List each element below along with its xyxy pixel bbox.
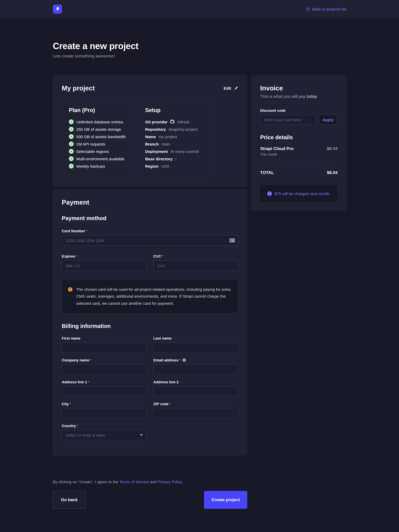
plan-feature-item: 1M API requests: [69, 140, 126, 148]
setup-row-label: Git provider: [145, 120, 168, 124]
payment-card: Payment Payment method Card Number *: [53, 190, 247, 455]
billing-field: First name: [62, 336, 147, 352]
check-icon: [69, 134, 74, 139]
setup-row: Name my-project: [145, 133, 203, 140]
billing-field-label: Address line 1: [62, 380, 87, 384]
edit-project-button[interactable]: Edit: [224, 86, 238, 90]
terms-text: By clicking on "Create", I agree to the …: [53, 480, 247, 484]
back-link-label: Back to projects list: [312, 7, 346, 11]
plan-feature-item: Selectable regions: [69, 148, 126, 155]
setup-title: Setup: [145, 107, 203, 113]
setup-row-value: main: [161, 142, 170, 146]
cvc-label: CVC: [153, 254, 161, 258]
setup-row-value: USA: [161, 164, 170, 168]
setup-row-list: Git provider GitHub: [145, 118, 203, 170]
setup-row: Git provider GitHub: [145, 118, 203, 126]
my-project-title: My project: [62, 84, 95, 92]
discount-code-input[interactable]: [260, 115, 316, 125]
required-asterisk: *: [179, 358, 181, 362]
plan-feature-label: Weekly backups: [76, 164, 105, 168]
cvc-input[interactable]: [153, 260, 238, 271]
setup-row: Region USA: [145, 162, 203, 170]
billing-input[interactable]: [62, 386, 147, 396]
next-month-note: $75 will be charged next month.: [260, 185, 338, 202]
plan-feature-label: Unlimited database entries: [76, 120, 123, 124]
app-header: Back to projects list: [0, 0, 399, 18]
required-asterisk: *: [77, 424, 78, 428]
billing-field-label: Company name: [62, 358, 89, 362]
billing-field: Email address *: [153, 358, 238, 374]
line-item-period: This month: [260, 152, 294, 156]
billing-field-label: Last name: [153, 336, 172, 340]
required-asterisk: *: [88, 380, 89, 384]
total-amount: $8.04: [327, 170, 338, 175]
setup-row: Repository strapi/my-project: [145, 126, 203, 133]
check-icon: [69, 120, 74, 124]
expires-label: Expires: [62, 254, 75, 258]
go-back-button[interactable]: Go back: [53, 491, 86, 509]
plan-box: Plan (Pro): [62, 99, 133, 178]
invoice-total-row: TOTAL $8.04: [260, 170, 338, 175]
setup-row-label: Deployment: [145, 149, 168, 153]
apply-discount-button[interactable]: Apply: [319, 115, 338, 125]
billing-field: Address line 2: [153, 380, 238, 396]
billing-field-label: First name: [62, 336, 80, 340]
plan-feature-item: 250 GB of assets storage: [69, 126, 126, 133]
page-subtitle: Lets create something awesome!: [53, 54, 346, 58]
terms-prefix: By clicking on "Create", I agree to the: [53, 480, 119, 484]
required-asterisk: *: [90, 358, 92, 362]
billing-input[interactable]: [62, 364, 147, 374]
setup-row: Base directory /: [145, 155, 203, 162]
billing-field: Last name: [153, 336, 238, 352]
billing-input[interactable]: [62, 342, 147, 352]
invoice-title: Invoice: [260, 84, 338, 92]
expires-input[interactable]: [62, 260, 147, 271]
payment-title: Payment: [62, 198, 238, 206]
card-number-input[interactable]: [62, 235, 238, 246]
plan-feature-item: 500 GB of assets bandwidth: [69, 133, 126, 140]
setup-row-label: Region: [145, 164, 159, 168]
price-line-item: Strapi Cloud Pro This month $8.04: [260, 146, 338, 156]
check-icon: [69, 156, 74, 161]
billing-input[interactable]: [153, 408, 238, 418]
terms-of-service-link[interactable]: Terms of Service: [119, 480, 149, 484]
setup-row-label: Repository: [145, 127, 166, 131]
privacy-policy-link[interactable]: Privacy Policy: [158, 480, 182, 484]
billing-input[interactable]: [153, 364, 238, 374]
line-item-name: Strapi Cloud Pro: [260, 146, 294, 151]
lightning-bolt-icon: [55, 6, 60, 12]
form-footer: By clicking on "Create", I agree to the …: [53, 480, 247, 509]
billing-fields-grid: First name Last name: [62, 336, 238, 418]
plan-feature-label: 1M API requests: [76, 142, 105, 146]
discount-code-label: Discount code: [260, 108, 338, 113]
plan-feature-item: Multi-environment available: [69, 155, 126, 162]
setup-row-label: Branch: [145, 142, 159, 146]
billing-input[interactable]: [62, 408, 147, 418]
page-title: Create a new project: [53, 41, 346, 51]
setup-row: Branch main: [145, 140, 203, 148]
strapi-cloud-logo[interactable]: [53, 4, 62, 13]
setup-row-label: Base directory: [145, 157, 173, 161]
required-asterisk: *: [76, 254, 77, 258]
required-asterisk: *: [70, 402, 71, 406]
line-item-amount: $8.04: [327, 146, 338, 156]
country-select-placeholder: Select or enter a value: [66, 433, 105, 437]
card-number-label: Card Number: [62, 229, 85, 233]
plan-feature-item: Unlimited database entries: [69, 118, 126, 126]
billing-input[interactable]: [153, 342, 238, 352]
setup-row-value: GitHub: [177, 120, 189, 124]
create-project-button[interactable]: Create project: [204, 491, 247, 509]
required-asterisk: *: [86, 229, 87, 233]
chevron-down-icon: [140, 434, 143, 436]
invoice-divider: [260, 163, 338, 163]
check-icon: [69, 149, 74, 154]
back-to-projects-link[interactable]: Back to projects list: [306, 7, 346, 11]
total-label: TOTAL: [260, 170, 274, 175]
check-icon: [69, 164, 74, 168]
github-icon: [170, 120, 174, 124]
country-select[interactable]: Select or enter a value: [62, 430, 147, 440]
billing-title: Billing information: [62, 323, 238, 329]
billing-input[interactable]: [153, 386, 238, 396]
edit-label: Edit: [224, 86, 231, 90]
credit-card-icon: [229, 238, 235, 242]
